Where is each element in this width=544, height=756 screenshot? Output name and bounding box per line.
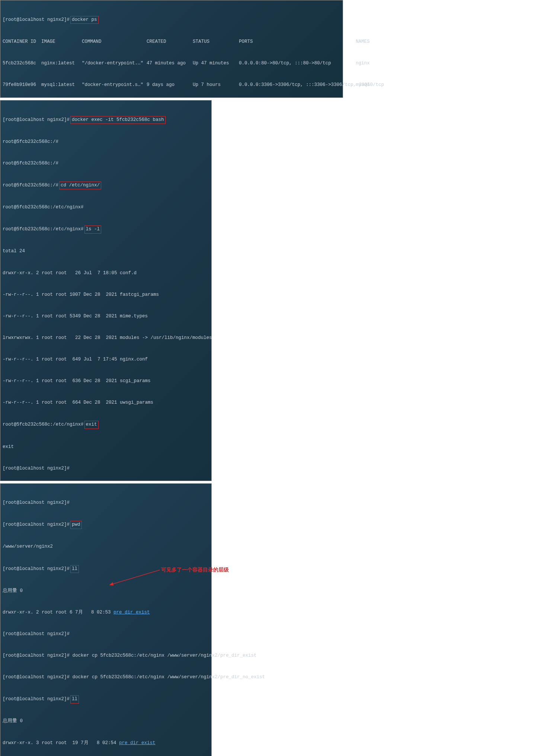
list-item: -rw-r--r--. 1 root root 5349 Dec 28 2021… [3, 313, 209, 320]
list-item: drwxr-xr-x. 2 root root 6 7月 8 02:53 pre… [3, 609, 209, 616]
prompt: [root@localhost nginx2]# [3, 16, 70, 23]
col-image: IMAGE [41, 38, 80, 45]
list-item: -rw-r--r--. 1 root root 649 Jul 7 17:45 … [3, 356, 209, 363]
terminal-panel-1: [root@localhost nginx2]# docker ps CONTA… [0, 0, 343, 98]
cmd-docker-exec: docker exec -it 5fcb232c568c bash [70, 116, 166, 124]
arrow-icon [108, 568, 161, 587]
annotation-text: 可见多了一个容器目录的层级 [161, 566, 229, 574]
terminal-panel-3: [root@localhost nginx2]# [root@localhost… [0, 483, 212, 756]
cmd-docker-cp: [root@localhost nginx2]# docker cp 5fcb2… [3, 652, 209, 659]
cmd-pwd: pwd [70, 521, 82, 529]
cmd-cd: cd /etc/nginx/ [59, 182, 101, 189]
cmd-ll: ll [70, 695, 79, 703]
terminal-panel-2: [root@localhost nginx2]#docker exec -it … [0, 100, 212, 481]
list-item: -rw-r--r--. 1 root root 636 Dec 28 2021 … [3, 378, 209, 385]
table-header: CONTAINER ID IMAGE COMMAND CREATED STATU… [3, 38, 340, 45]
dir-link: pre_dir_exist [119, 740, 156, 746]
list-item: lrwxrwxrwx. 1 root root 22 Dec 28 2021 m… [3, 334, 209, 342]
svg-line-0 [110, 570, 160, 585]
col-command: COMMAND [82, 38, 145, 45]
table-row: 5fcb232c568c nginx:latest "/docker-entry… [3, 60, 340, 67]
list-item: -rw-r--r--. 1 root root 1007 Dec 28 2021… [3, 291, 209, 298]
cmd-ll: ll [70, 565, 79, 573]
col-created: CREATED [147, 38, 191, 45]
cmd-docker-cp: [root@localhost nginx2]# docker cp 5fcb2… [3, 674, 209, 681]
cmd-ls: ls -l [84, 225, 102, 233]
list-item: drwxr-xr-x. 3 root root 19 7月 8 02:54 pr… [3, 740, 209, 747]
list-item: drwxr-xr-x. 2 root root 26 Jul 7 18:05 c… [3, 270, 209, 277]
table-row: 79fe8b910e96 mysql:latest "docker-entryp… [3, 81, 340, 89]
col-names: NAMES [356, 38, 378, 45]
prompt-line: [root@localhost nginx2]# docker ps [3, 16, 340, 24]
col-status: STATUS [193, 38, 237, 45]
list-item: -rw-r--r--. 1 root root 664 Dec 28 2021 … [3, 399, 209, 406]
cmd-docker-ps: docker ps [70, 16, 99, 24]
dir-link: pre_dir_exist [113, 610, 150, 615]
col-container-id: CONTAINER ID [3, 38, 40, 45]
cmd-exit: exit [84, 421, 99, 429]
col-ports: PORTS [239, 38, 354, 45]
